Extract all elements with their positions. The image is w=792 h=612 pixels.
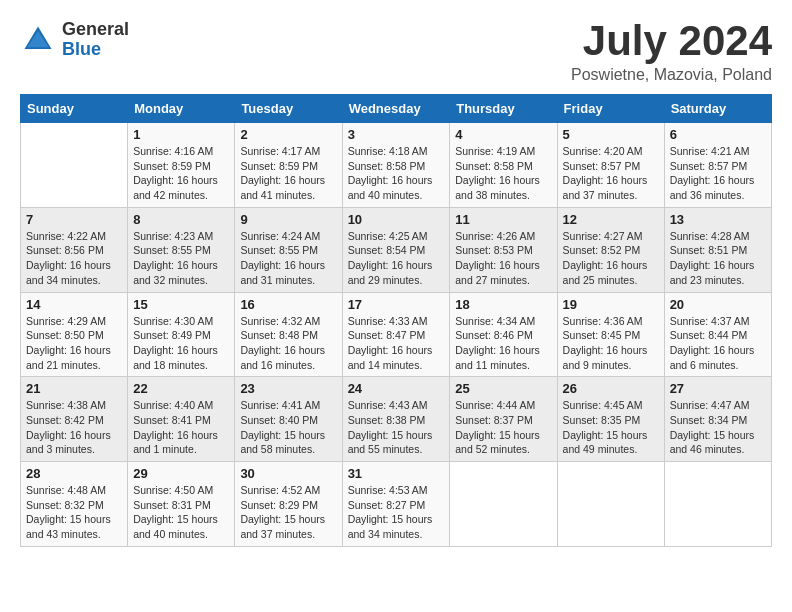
calendar-cell: 27Sunrise: 4:47 AM Sunset: 8:34 PM Dayli… — [664, 377, 771, 462]
day-number: 29 — [133, 466, 229, 481]
calendar-cell: 15Sunrise: 4:30 AM Sunset: 8:49 PM Dayli… — [128, 292, 235, 377]
calendar-cell — [450, 462, 557, 547]
calendar-cell: 3Sunrise: 4:18 AM Sunset: 8:58 PM Daylig… — [342, 123, 450, 208]
day-detail: Sunrise: 4:37 AM Sunset: 8:44 PM Dayligh… — [670, 314, 766, 373]
day-detail: Sunrise: 4:48 AM Sunset: 8:32 PM Dayligh… — [26, 483, 122, 542]
day-detail: Sunrise: 4:29 AM Sunset: 8:50 PM Dayligh… — [26, 314, 122, 373]
day-number: 28 — [26, 466, 122, 481]
calendar-cell: 21Sunrise: 4:38 AM Sunset: 8:42 PM Dayli… — [21, 377, 128, 462]
day-number: 27 — [670, 381, 766, 396]
day-number: 6 — [670, 127, 766, 142]
calendar-cell: 17Sunrise: 4:33 AM Sunset: 8:47 PM Dayli… — [342, 292, 450, 377]
calendar-cell: 28Sunrise: 4:48 AM Sunset: 8:32 PM Dayli… — [21, 462, 128, 547]
day-header-saturday: Saturday — [664, 95, 771, 123]
calendar-cell: 23Sunrise: 4:41 AM Sunset: 8:40 PM Dayli… — [235, 377, 342, 462]
day-number: 22 — [133, 381, 229, 396]
day-number: 31 — [348, 466, 445, 481]
calendar-week-row: 14Sunrise: 4:29 AM Sunset: 8:50 PM Dayli… — [21, 292, 772, 377]
calendar-cell: 13Sunrise: 4:28 AM Sunset: 8:51 PM Dayli… — [664, 207, 771, 292]
day-detail: Sunrise: 4:45 AM Sunset: 8:35 PM Dayligh… — [563, 398, 659, 457]
day-detail: Sunrise: 4:28 AM Sunset: 8:51 PM Dayligh… — [670, 229, 766, 288]
logo-blue-text: Blue — [62, 40, 129, 60]
day-number: 24 — [348, 381, 445, 396]
day-header-wednesday: Wednesday — [342, 95, 450, 123]
calendar-week-row: 1Sunrise: 4:16 AM Sunset: 8:59 PM Daylig… — [21, 123, 772, 208]
day-detail: Sunrise: 4:52 AM Sunset: 8:29 PM Dayligh… — [240, 483, 336, 542]
calendar-cell: 8Sunrise: 4:23 AM Sunset: 8:55 PM Daylig… — [128, 207, 235, 292]
calendar-cell: 4Sunrise: 4:19 AM Sunset: 8:58 PM Daylig… — [450, 123, 557, 208]
calendar-cell: 9Sunrise: 4:24 AM Sunset: 8:55 PM Daylig… — [235, 207, 342, 292]
day-detail: Sunrise: 4:17 AM Sunset: 8:59 PM Dayligh… — [240, 144, 336, 203]
day-number: 14 — [26, 297, 122, 312]
calendar-cell: 26Sunrise: 4:45 AM Sunset: 8:35 PM Dayli… — [557, 377, 664, 462]
day-number: 23 — [240, 381, 336, 396]
calendar-cell: 6Sunrise: 4:21 AM Sunset: 8:57 PM Daylig… — [664, 123, 771, 208]
day-number: 1 — [133, 127, 229, 142]
day-detail: Sunrise: 4:41 AM Sunset: 8:40 PM Dayligh… — [240, 398, 336, 457]
location-title: Poswietne, Mazovia, Poland — [571, 66, 772, 84]
day-detail: Sunrise: 4:50 AM Sunset: 8:31 PM Dayligh… — [133, 483, 229, 542]
day-number: 10 — [348, 212, 445, 227]
day-header-thursday: Thursday — [450, 95, 557, 123]
calendar-cell: 31Sunrise: 4:53 AM Sunset: 8:27 PM Dayli… — [342, 462, 450, 547]
calendar-cell: 7Sunrise: 4:22 AM Sunset: 8:56 PM Daylig… — [21, 207, 128, 292]
day-number: 16 — [240, 297, 336, 312]
day-number: 4 — [455, 127, 551, 142]
calendar-table: SundayMondayTuesdayWednesdayThursdayFrid… — [20, 94, 772, 547]
day-number: 21 — [26, 381, 122, 396]
day-number: 12 — [563, 212, 659, 227]
day-detail: Sunrise: 4:34 AM Sunset: 8:46 PM Dayligh… — [455, 314, 551, 373]
day-header-sunday: Sunday — [21, 95, 128, 123]
logo: General Blue — [20, 20, 129, 60]
calendar-cell: 18Sunrise: 4:34 AM Sunset: 8:46 PM Dayli… — [450, 292, 557, 377]
day-number: 2 — [240, 127, 336, 142]
day-detail: Sunrise: 4:53 AM Sunset: 8:27 PM Dayligh… — [348, 483, 445, 542]
day-detail: Sunrise: 4:40 AM Sunset: 8:41 PM Dayligh… — [133, 398, 229, 457]
day-detail: Sunrise: 4:16 AM Sunset: 8:59 PM Dayligh… — [133, 144, 229, 203]
calendar-week-row: 28Sunrise: 4:48 AM Sunset: 8:32 PM Dayli… — [21, 462, 772, 547]
calendar-cell: 20Sunrise: 4:37 AM Sunset: 8:44 PM Dayli… — [664, 292, 771, 377]
calendar-cell: 1Sunrise: 4:16 AM Sunset: 8:59 PM Daylig… — [128, 123, 235, 208]
calendar-cell: 16Sunrise: 4:32 AM Sunset: 8:48 PM Dayli… — [235, 292, 342, 377]
day-detail: Sunrise: 4:33 AM Sunset: 8:47 PM Dayligh… — [348, 314, 445, 373]
day-number: 17 — [348, 297, 445, 312]
calendar-week-row: 7Sunrise: 4:22 AM Sunset: 8:56 PM Daylig… — [21, 207, 772, 292]
day-number: 25 — [455, 381, 551, 396]
day-header-monday: Monday — [128, 95, 235, 123]
logo-general-text: General — [62, 20, 129, 40]
day-number: 9 — [240, 212, 336, 227]
calendar-cell: 11Sunrise: 4:26 AM Sunset: 8:53 PM Dayli… — [450, 207, 557, 292]
day-detail: Sunrise: 4:47 AM Sunset: 8:34 PM Dayligh… — [670, 398, 766, 457]
day-detail: Sunrise: 4:30 AM Sunset: 8:49 PM Dayligh… — [133, 314, 229, 373]
day-detail: Sunrise: 4:19 AM Sunset: 8:58 PM Dayligh… — [455, 144, 551, 203]
day-detail: Sunrise: 4:24 AM Sunset: 8:55 PM Dayligh… — [240, 229, 336, 288]
day-header-tuesday: Tuesday — [235, 95, 342, 123]
page-header: General Blue July 2024 Poswietne, Mazovi… — [20, 20, 772, 84]
calendar-cell: 25Sunrise: 4:44 AM Sunset: 8:37 PM Dayli… — [450, 377, 557, 462]
day-detail: Sunrise: 4:21 AM Sunset: 8:57 PM Dayligh… — [670, 144, 766, 203]
calendar-cell: 30Sunrise: 4:52 AM Sunset: 8:29 PM Dayli… — [235, 462, 342, 547]
calendar-cell: 12Sunrise: 4:27 AM Sunset: 8:52 PM Dayli… — [557, 207, 664, 292]
day-number: 18 — [455, 297, 551, 312]
calendar-week-row: 21Sunrise: 4:38 AM Sunset: 8:42 PM Dayli… — [21, 377, 772, 462]
day-detail: Sunrise: 4:22 AM Sunset: 8:56 PM Dayligh… — [26, 229, 122, 288]
calendar-cell: 19Sunrise: 4:36 AM Sunset: 8:45 PM Dayli… — [557, 292, 664, 377]
calendar-cell: 10Sunrise: 4:25 AM Sunset: 8:54 PM Dayli… — [342, 207, 450, 292]
day-detail: Sunrise: 4:23 AM Sunset: 8:55 PM Dayligh… — [133, 229, 229, 288]
calendar-header-row: SundayMondayTuesdayWednesdayThursdayFrid… — [21, 95, 772, 123]
calendar-cell: 5Sunrise: 4:20 AM Sunset: 8:57 PM Daylig… — [557, 123, 664, 208]
day-number: 3 — [348, 127, 445, 142]
day-number: 30 — [240, 466, 336, 481]
calendar-cell — [21, 123, 128, 208]
day-detail: Sunrise: 4:25 AM Sunset: 8:54 PM Dayligh… — [348, 229, 445, 288]
day-number: 26 — [563, 381, 659, 396]
day-number: 19 — [563, 297, 659, 312]
day-number: 15 — [133, 297, 229, 312]
day-detail: Sunrise: 4:27 AM Sunset: 8:52 PM Dayligh… — [563, 229, 659, 288]
calendar-cell: 14Sunrise: 4:29 AM Sunset: 8:50 PM Dayli… — [21, 292, 128, 377]
calendar-cell: 29Sunrise: 4:50 AM Sunset: 8:31 PM Dayli… — [128, 462, 235, 547]
day-detail: Sunrise: 4:20 AM Sunset: 8:57 PM Dayligh… — [563, 144, 659, 203]
day-detail: Sunrise: 4:36 AM Sunset: 8:45 PM Dayligh… — [563, 314, 659, 373]
day-detail: Sunrise: 4:26 AM Sunset: 8:53 PM Dayligh… — [455, 229, 551, 288]
logo-icon — [20, 22, 56, 58]
